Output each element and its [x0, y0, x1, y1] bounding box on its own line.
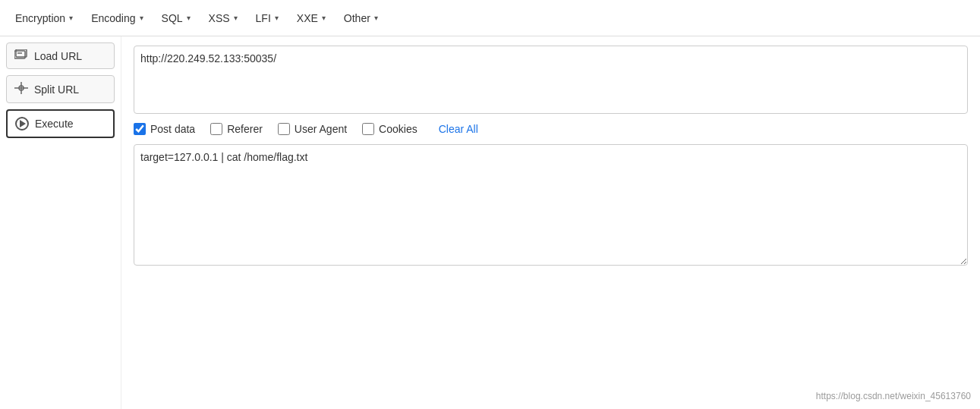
user-agent-label: User Agent [295, 123, 347, 135]
cookies-checkbox[interactable] [362, 123, 374, 135]
execute-icon [15, 117, 29, 131]
lfi-dropdown-arrow: ▾ [275, 14, 279, 22]
nav-encoding[interactable]: Encoding ▾ [82, 8, 152, 29]
nav-other-label: Other [344, 12, 370, 24]
url-input[interactable] [134, 46, 968, 114]
footer-link: https://blog.csdn.net/weixin_45613760 [816, 391, 971, 401]
cookies-checkbox-container[interactable]: Cookies [362, 123, 418, 135]
user-agent-checkbox[interactable] [278, 123, 290, 135]
referer-checkbox[interactable] [210, 123, 222, 135]
execute-label: Execute [35, 118, 74, 130]
sql-dropdown-arrow: ▾ [187, 14, 191, 22]
referer-checkbox-container[interactable]: Referer [210, 123, 263, 135]
post-data-input[interactable] [134, 144, 968, 266]
load-url-button[interactable]: Load URL [6, 42, 115, 69]
nav-sql-label: SQL [162, 12, 183, 24]
nav-xss[interactable]: XSS ▾ [200, 8, 247, 29]
content-area: Post data Referer User Agent Cookies Cle… [121, 36, 980, 409]
xss-dropdown-arrow: ▾ [234, 14, 238, 22]
split-url-label: Split URL [34, 83, 79, 96]
options-row: Post data Referer User Agent Cookies Cle… [134, 123, 968, 135]
post-data-checkbox-container[interactable]: Post data [134, 123, 195, 135]
execute-button[interactable]: Execute [6, 109, 115, 138]
nav-lfi-label: LFI [256, 12, 271, 24]
main-layout: Load URL Split URL Execute [0, 36, 980, 409]
referer-label: Referer [227, 123, 263, 135]
cookies-label: Cookies [379, 123, 418, 135]
nav-xss-label: XSS [209, 12, 230, 24]
encryption-dropdown-arrow: ▾ [69, 14, 73, 22]
nav-encryption-label: Encryption [15, 12, 65, 24]
split-url-icon [14, 82, 28, 96]
nav-xxe[interactable]: XXE ▾ [288, 8, 335, 29]
sidebar: Load URL Split URL Execute [0, 36, 121, 409]
load-url-label: Load URL [34, 50, 82, 62]
nav-encryption[interactable]: Encryption ▾ [6, 8, 82, 29]
post-data-checkbox[interactable] [134, 123, 146, 135]
clear-all-button[interactable]: Clear All [439, 123, 478, 135]
split-url-button[interactable]: Split URL [6, 75, 115, 103]
nav-lfi[interactable]: LFI ▾ [247, 8, 288, 29]
nav-other[interactable]: Other ▾ [335, 8, 387, 29]
top-nav: Encryption ▾ Encoding ▾ SQL ▾ XSS ▾ LFI … [0, 0, 980, 36]
nav-sql[interactable]: SQL ▾ [153, 8, 200, 29]
encoding-dropdown-arrow: ▾ [140, 14, 143, 22]
nav-xxe-label: XXE [297, 12, 318, 24]
load-url-icon [14, 49, 28, 62]
user-agent-checkbox-container[interactable]: User Agent [278, 123, 347, 135]
nav-encoding-label: Encoding [91, 12, 135, 24]
xxe-dropdown-arrow: ▾ [322, 14, 326, 22]
other-dropdown-arrow: ▾ [374, 14, 378, 22]
post-data-label: Post data [150, 123, 195, 135]
